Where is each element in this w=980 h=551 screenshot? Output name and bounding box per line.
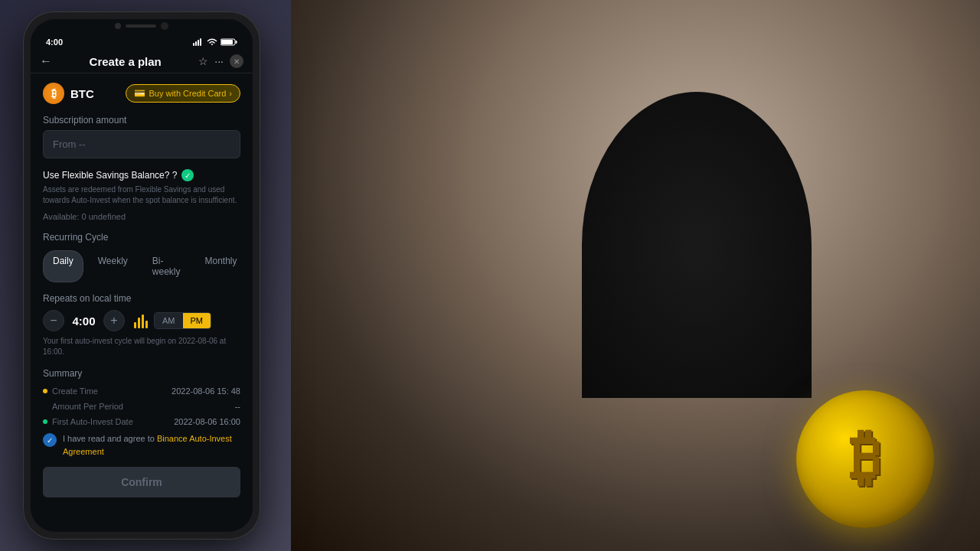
agreement-text: I have read and agree to Binance Auto-In… [63,432,240,458]
back-button[interactable]: ← [40,54,52,68]
tab-biweekly[interactable]: Bi-weekly [142,250,191,282]
back-arrow-icon: ← [40,54,52,68]
amount-period-row: Amount Per Period -- [43,402,240,411]
front-camera [115,23,121,29]
bar-1 [134,322,136,328]
bitcoin-symbol: ₿ [850,422,880,493]
page-title: Create a plan [52,55,198,68]
phone-frame: 4:00 [23,11,260,540]
amount-period-value: -- [235,402,240,411]
btc-header-row: ₿ BTC 💳 Buy with Credit Card › [43,83,240,104]
create-time-value: 2022-08-06 15: 48 [172,386,240,396]
svg-rect-2 [198,40,199,46]
auto-invest-note: Your first auto-invest cycle will begin … [43,336,240,357]
create-time-label: Create Time [52,386,98,396]
summary-label: Summary [43,368,240,379]
bar-3 [142,315,144,328]
time-increase-button[interactable]: + [103,310,125,331]
amount-period-label: Amount Per Period [52,402,123,411]
first-autoinvest-label: First Auto-Invest Date [52,417,133,426]
bitcoin-coin: ₿ [796,390,934,528]
star-icon[interactable]: ☆ [198,55,208,67]
agreement-checkbox[interactable]: ✓ [43,433,57,447]
top-nav: ← Create a plan ☆ ··· ✕ [31,50,253,73]
phone-notch [31,19,253,31]
svg-rect-6 [221,40,233,44]
buy-credit-label: Buy with Credit Card [149,89,226,98]
agreement-prefix: I have read and agree to [63,434,157,443]
svg-rect-1 [195,41,197,46]
wifi-icon [207,38,217,46]
available-text: Available: 0 undefined [43,212,240,221]
flexible-savings-label: Use Flexible Savings Balance? ? [43,170,177,181]
bar-4 [145,321,148,328]
close-button[interactable]: ✕ [230,54,243,68]
status-time: 4:00 [46,37,63,47]
pm-button[interactable]: PM [183,313,211,328]
btc-logo: ₿ [43,83,64,104]
am-button[interactable]: AM [155,313,183,328]
status-icons [193,38,237,46]
local-time-label: Repeats on local time [43,293,240,304]
svg-rect-3 [200,38,201,46]
svg-rect-0 [193,43,194,46]
first-autoinvest-row: First Auto-Invest Date 2022-08-06 16:00 [43,417,240,426]
btc-name: BTC [70,87,94,100]
ampm-group: AM PM [154,312,211,329]
btc-left: ₿ BTC [43,83,94,104]
cycle-tabs: Daily Weekly Bi-weekly Monthly [43,250,240,282]
tab-weekly[interactable]: Weekly [88,250,138,282]
tab-monthly[interactable]: Monthly [194,250,247,282]
signal-icon [193,38,204,46]
flexible-savings-desc: Assets are redeemed from Flexible Saving… [43,184,240,206]
tab-daily[interactable]: Daily [43,250,83,282]
nav-actions: ☆ ··· ✕ [198,54,243,68]
time-display: 4:00 [70,315,97,328]
content-area: ₿ BTC 💳 Buy with Credit Card › Subscript… [31,73,253,525]
chair-background [582,92,812,398]
first-autoinvest-left: First Auto-Invest Date [43,417,133,426]
buy-credit-button[interactable]: 💳 Buy with Credit Card › [126,84,240,103]
amount-input[interactable]: From -- [43,130,240,158]
sensor [161,22,168,30]
flexible-savings-check[interactable]: ✓ [181,169,194,181]
svg-rect-5 [236,41,237,44]
dot-green [43,419,47,424]
credit-card-icon: 💳 [134,88,145,99]
agreement-row: ✓ I have read and agree to Binance Auto-… [43,432,240,458]
time-row: − 4:00 + AM PM [43,310,240,331]
bar-2 [138,318,140,328]
dot-yellow [43,389,47,393]
more-icon[interactable]: ··· [214,55,224,67]
phone-screen: 4:00 [31,19,253,532]
confirm-button[interactable]: Confirm [43,467,240,497]
subscription-label: Subscription amount [43,115,240,126]
status-bar: 4:00 [31,31,253,50]
recurring-cycle-label: Recurring Cycle [43,232,240,243]
time-decrease-button[interactable]: − [43,310,64,331]
battery-icon [220,38,237,46]
buy-credit-arrow: › [229,89,232,98]
time-bar-chart [134,313,148,328]
create-time-row: Create Time 2022-08-06 15: 48 [43,386,240,396]
flexible-savings-row: Use Flexible Savings Balance? ? ✓ [43,169,240,181]
amount-period-left: Amount Per Period [43,402,123,411]
create-time-left: Create Time [43,386,98,396]
first-autoinvest-value: 2022-08-06 16:00 [174,417,240,426]
speaker [126,24,156,28]
btc-symbol: ₿ [51,87,57,99]
